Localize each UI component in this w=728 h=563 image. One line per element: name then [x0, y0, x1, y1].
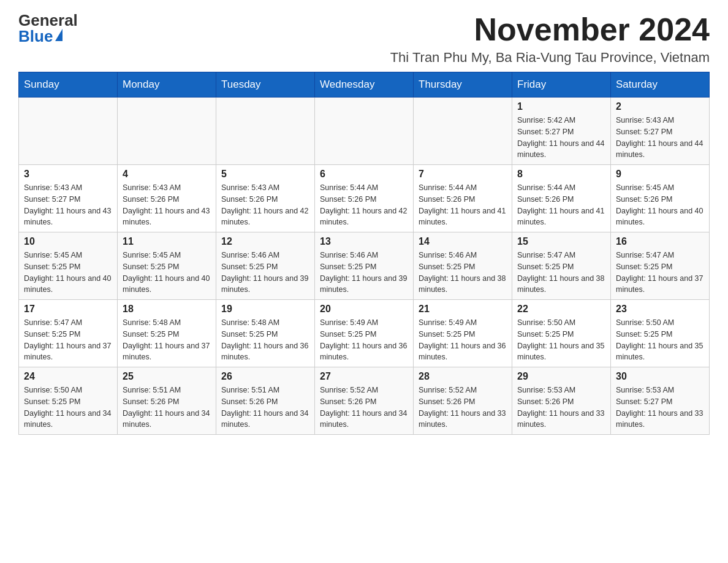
day-number: 2 [616, 101, 704, 112]
calendar-cell: 15Sunrise: 5:47 AMSunset: 5:25 PMDayligh… [512, 232, 611, 300]
calendar-cell: 13Sunrise: 5:46 AMSunset: 5:25 PMDayligh… [315, 232, 414, 300]
day-number: 7 [419, 169, 507, 180]
calendar-table: SundayMondayTuesdayWednesdayThursdayFrid… [18, 72, 710, 435]
day-number: 16 [616, 236, 704, 247]
calendar-cell: 17Sunrise: 5:47 AMSunset: 5:25 PMDayligh… [19, 300, 118, 367]
logo-blue-text: Blue [18, 28, 63, 44]
day-info: Sunrise: 5:45 AMSunset: 5:26 PMDaylight:… [616, 182, 704, 228]
calendar-cell: 30Sunrise: 5:53 AMSunset: 5:27 PMDayligh… [611, 367, 710, 435]
day-info: Sunrise: 5:43 AMSunset: 5:27 PMDaylight:… [616, 115, 704, 161]
day-info: Sunrise: 5:53 AMSunset: 5:27 PMDaylight:… [616, 385, 704, 431]
header-monday: Monday [118, 72, 216, 98]
day-info: Sunrise: 5:52 AMSunset: 5:26 PMDaylight:… [419, 385, 507, 431]
calendar-cell [216, 98, 315, 165]
day-info: Sunrise: 5:49 AMSunset: 5:25 PMDaylight:… [419, 317, 507, 363]
day-info: Sunrise: 5:43 AMSunset: 5:26 PMDaylight:… [123, 182, 211, 228]
day-number: 15 [517, 236, 605, 247]
day-info: Sunrise: 5:46 AMSunset: 5:25 PMDaylight:… [419, 250, 507, 296]
day-number: 11 [123, 236, 211, 247]
day-number: 24 [24, 371, 112, 382]
day-number: 10 [24, 236, 112, 247]
calendar-cell [414, 98, 512, 165]
day-info: Sunrise: 5:51 AMSunset: 5:26 PMDaylight:… [123, 385, 211, 431]
day-number: 6 [320, 169, 408, 180]
calendar-cell: 16Sunrise: 5:47 AMSunset: 5:25 PMDayligh… [611, 232, 710, 300]
day-info: Sunrise: 5:48 AMSunset: 5:25 PMDaylight:… [123, 317, 211, 363]
calendar-cell: 23Sunrise: 5:50 AMSunset: 5:25 PMDayligh… [611, 300, 710, 367]
day-info: Sunrise: 5:45 AMSunset: 5:25 PMDaylight:… [123, 250, 211, 296]
day-info: Sunrise: 5:44 AMSunset: 5:26 PMDaylight:… [419, 182, 507, 228]
day-number: 23 [616, 304, 704, 315]
day-number: 19 [221, 304, 309, 315]
header-wednesday: Wednesday [315, 72, 414, 98]
day-info: Sunrise: 5:44 AMSunset: 5:26 PMDaylight:… [320, 182, 408, 228]
day-number: 14 [419, 236, 507, 247]
day-number: 29 [517, 371, 605, 382]
day-info: Sunrise: 5:52 AMSunset: 5:26 PMDaylight:… [320, 385, 408, 431]
logo-general-text: General [18, 12, 78, 28]
calendar-cell [315, 98, 414, 165]
day-info: Sunrise: 5:43 AMSunset: 5:27 PMDaylight:… [24, 182, 112, 228]
day-number: 8 [517, 169, 605, 180]
calendar-week-row: 24Sunrise: 5:50 AMSunset: 5:25 PMDayligh… [19, 367, 710, 435]
calendar-cell: 4Sunrise: 5:43 AMSunset: 5:26 PMDaylight… [118, 165, 216, 232]
calendar-cell: 8Sunrise: 5:44 AMSunset: 5:26 PMDaylight… [512, 165, 611, 232]
day-number: 27 [320, 371, 408, 382]
calendar-week-row: 3Sunrise: 5:43 AMSunset: 5:27 PMDaylight… [19, 165, 710, 232]
calendar-cell: 11Sunrise: 5:45 AMSunset: 5:25 PMDayligh… [118, 232, 216, 300]
day-info: Sunrise: 5:51 AMSunset: 5:26 PMDaylight:… [221, 385, 309, 431]
calendar-cell: 7Sunrise: 5:44 AMSunset: 5:26 PMDaylight… [414, 165, 512, 232]
title-area: November 2024 Thi Tran Phu My, Ba Ria-Vu… [390, 12, 710, 66]
day-info: Sunrise: 5:47 AMSunset: 5:25 PMDaylight:… [616, 250, 704, 296]
calendar-cell: 26Sunrise: 5:51 AMSunset: 5:26 PMDayligh… [216, 367, 315, 435]
day-number: 17 [24, 304, 112, 315]
calendar-cell: 9Sunrise: 5:45 AMSunset: 5:26 PMDaylight… [611, 165, 710, 232]
calendar-cell: 3Sunrise: 5:43 AMSunset: 5:27 PMDaylight… [19, 165, 118, 232]
day-info: Sunrise: 5:42 AMSunset: 5:27 PMDaylight:… [517, 115, 605, 161]
calendar-cell: 27Sunrise: 5:52 AMSunset: 5:26 PMDayligh… [315, 367, 414, 435]
calendar-cell: 2Sunrise: 5:43 AMSunset: 5:27 PMDaylight… [611, 98, 710, 165]
calendar-cell: 12Sunrise: 5:46 AMSunset: 5:25 PMDayligh… [216, 232, 315, 300]
logo-triangle-icon [55, 29, 63, 41]
day-number: 13 [320, 236, 408, 247]
day-info: Sunrise: 5:48 AMSunset: 5:25 PMDaylight:… [221, 317, 309, 363]
calendar-cell: 29Sunrise: 5:53 AMSunset: 5:26 PMDayligh… [512, 367, 611, 435]
calendar-cell: 5Sunrise: 5:43 AMSunset: 5:26 PMDaylight… [216, 165, 315, 232]
day-info: Sunrise: 5:50 AMSunset: 5:25 PMDaylight:… [517, 317, 605, 363]
day-number: 28 [419, 371, 507, 382]
calendar-cell: 18Sunrise: 5:48 AMSunset: 5:25 PMDayligh… [118, 300, 216, 367]
day-number: 22 [517, 304, 605, 315]
calendar-cell: 6Sunrise: 5:44 AMSunset: 5:26 PMDaylight… [315, 165, 414, 232]
header-saturday: Saturday [611, 72, 710, 98]
calendar-week-row: 10Sunrise: 5:45 AMSunset: 5:25 PMDayligh… [19, 232, 710, 300]
calendar-cell: 28Sunrise: 5:52 AMSunset: 5:26 PMDayligh… [414, 367, 512, 435]
month-title: November 2024 [390, 12, 710, 47]
day-info: Sunrise: 5:45 AMSunset: 5:25 PMDaylight:… [24, 250, 112, 296]
calendar-week-row: 1Sunrise: 5:42 AMSunset: 5:27 PMDaylight… [19, 98, 710, 165]
day-info: Sunrise: 5:44 AMSunset: 5:26 PMDaylight:… [517, 182, 605, 228]
day-number: 12 [221, 236, 309, 247]
calendar-cell: 10Sunrise: 5:45 AMSunset: 5:25 PMDayligh… [19, 232, 118, 300]
calendar-cell: 20Sunrise: 5:49 AMSunset: 5:25 PMDayligh… [315, 300, 414, 367]
location-title: Thi Tran Phu My, Ba Ria-Vung Tau Provinc… [390, 50, 710, 66]
day-info: Sunrise: 5:49 AMSunset: 5:25 PMDaylight:… [320, 317, 408, 363]
header-sunday: Sunday [19, 72, 118, 98]
day-info: Sunrise: 5:43 AMSunset: 5:26 PMDaylight:… [221, 182, 309, 228]
day-number: 1 [517, 101, 605, 112]
page-header: General Blue November 2024 Thi Tran Phu … [18, 12, 710, 66]
logo: General Blue [18, 12, 78, 44]
day-number: 18 [123, 304, 211, 315]
calendar-cell: 24Sunrise: 5:50 AMSunset: 5:25 PMDayligh… [19, 367, 118, 435]
calendar-cell: 22Sunrise: 5:50 AMSunset: 5:25 PMDayligh… [512, 300, 611, 367]
day-number: 21 [419, 304, 507, 315]
day-info: Sunrise: 5:50 AMSunset: 5:25 PMDaylight:… [24, 385, 112, 431]
header-tuesday: Tuesday [216, 72, 315, 98]
day-info: Sunrise: 5:46 AMSunset: 5:25 PMDaylight:… [320, 250, 408, 296]
calendar-cell: 14Sunrise: 5:46 AMSunset: 5:25 PMDayligh… [414, 232, 512, 300]
day-number: 9 [616, 169, 704, 180]
day-info: Sunrise: 5:47 AMSunset: 5:25 PMDaylight:… [517, 250, 605, 296]
calendar-week-row: 17Sunrise: 5:47 AMSunset: 5:25 PMDayligh… [19, 300, 710, 367]
calendar-cell: 25Sunrise: 5:51 AMSunset: 5:26 PMDayligh… [118, 367, 216, 435]
calendar-cell [19, 98, 118, 165]
calendar-cell: 19Sunrise: 5:48 AMSunset: 5:25 PMDayligh… [216, 300, 315, 367]
